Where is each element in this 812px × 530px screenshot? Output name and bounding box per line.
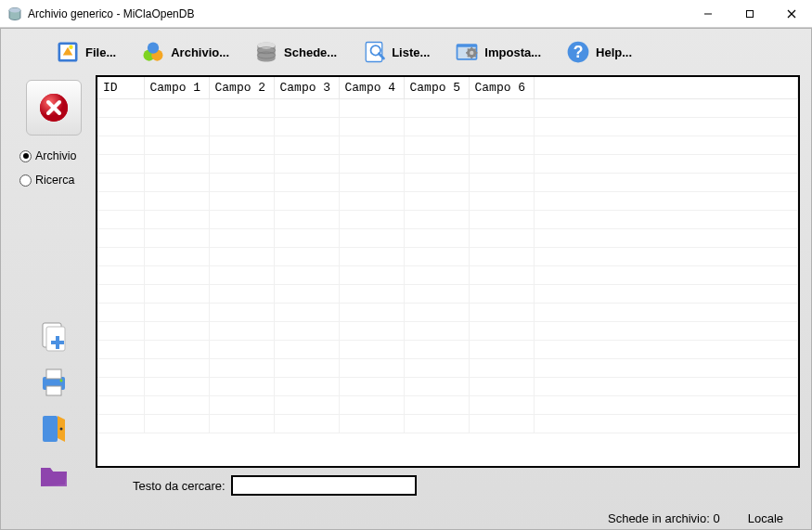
search-row: Testo da cercare: [96,472,800,499]
svg-rect-37 [43,416,58,442]
svg-point-1 [9,7,20,12]
schede-icon [253,39,279,65]
file-label: File... [85,45,116,59]
col-4[interactable]: Campo 4 [339,77,404,99]
liste-icon [361,39,387,65]
radio-ricerca-label: Ricerca [35,174,74,187]
new-record-button[interactable] [37,319,71,353]
table-row[interactable] [97,155,798,174]
col-spacer [534,77,798,99]
svg-point-11 [148,43,159,54]
svg-rect-3 [746,10,753,17]
svg-rect-35 [46,386,61,395]
table-row[interactable] [97,341,798,359]
table-row[interactable] [97,174,798,192]
statusbar: Schede in archivio: 0 Locale [1,507,811,529]
maximize-button[interactable] [728,0,770,27]
minimize-button[interactable] [687,0,728,27]
table-row[interactable] [97,211,798,229]
radio-dot-icon [19,150,32,162]
sidebar: Archivio Ricerca [12,75,96,499]
main-toolbar: File... Archivio... Schede... Liste... I… [1,29,811,75]
app-icon [7,6,22,21]
file-menu-button[interactable]: File... [47,35,123,69]
imposta-menu-button[interactable]: Imposta... [446,35,548,69]
svg-rect-34 [46,369,61,379]
grid-table: ID Campo 1 Campo 2 Campo 3 Campo 4 Campo… [97,77,798,433]
radio-archivio[interactable]: Archivio [19,149,76,162]
liste-label: Liste... [392,45,430,59]
archivio-icon [140,39,166,65]
side-actions [37,319,71,499]
search-input[interactable] [231,475,417,496]
print-button[interactable] [37,366,71,399]
help-icon: ? [565,39,591,65]
table-row[interactable] [97,99,798,118]
svg-point-38 [60,428,63,431]
table-row[interactable] [97,396,798,415]
archivio-menu-button[interactable]: Archivio... [133,35,237,69]
close-icon [38,92,70,123]
window-title: Archivio generico - MiClaOpenDB [28,7,687,20]
col-3[interactable]: Campo 3 [274,77,339,99]
imposta-icon [454,39,480,65]
imposta-label: Imposta... [484,45,541,59]
table-row[interactable] [97,285,798,304]
table-row[interactable] [97,192,798,211]
search-label: Testo da cercare: [133,479,226,493]
svg-text:?: ? [574,43,584,61]
table-row[interactable] [97,248,798,266]
help-menu-button[interactable]: ? Help... [558,35,639,69]
table-row[interactable] [97,136,798,155]
col-1[interactable]: Campo 1 [144,77,209,99]
liste-menu-button[interactable]: Liste... [354,35,437,69]
folder-button[interactable] [37,459,71,492]
radio-archivio-label: Archivio [35,149,76,162]
app-body: File... Archivio... Schede... Liste... I… [0,28,812,530]
help-label: Help... [596,45,632,59]
exit-button[interactable] [37,412,71,446]
status-locale: Locale [748,511,783,525]
table-row[interactable] [97,229,798,248]
table-row[interactable] [97,415,798,433]
titlebar: Archivio generico - MiClaOpenDB [0,0,812,28]
schede-label: Schede... [284,45,337,59]
radio-ricerca[interactable]: Ricerca [19,174,76,187]
schede-menu-button[interactable]: Schede... [246,35,344,69]
table-row[interactable] [97,322,798,341]
table-row[interactable] [97,378,798,396]
window-controls [687,0,812,27]
table-row[interactable] [97,359,798,378]
svg-point-22 [470,51,473,55]
close-record-button[interactable] [26,80,82,136]
table-row[interactable] [97,118,798,136]
content-area: ID Campo 1 Campo 2 Campo 3 Campo 4 Campo… [96,75,800,499]
svg-point-8 [69,45,72,49]
col-6[interactable]: Campo 6 [469,77,534,99]
grid-header-row: ID Campo 1 Campo 2 Campo 3 Campo 4 Campo… [97,77,798,99]
table-row[interactable] [97,304,798,322]
file-icon [55,39,81,65]
data-grid[interactable]: ID Campo 1 Campo 2 Campo 3 Campo 4 Campo… [96,75,800,468]
col-id[interactable]: ID [97,77,144,99]
svg-rect-32 [51,341,64,344]
col-5[interactable]: Campo 5 [404,77,469,99]
status-schede: Schede in archivio: 0 [608,511,720,525]
radio-dot-icon [19,175,32,187]
svg-point-36 [60,380,63,382]
view-radio-group: Archivio Ricerca [12,149,76,198]
col-2[interactable]: Campo 2 [209,77,274,99]
table-row[interactable] [97,266,798,285]
archivio-label: Archivio... [171,45,229,59]
close-button[interactable] [770,0,812,27]
main-area: Archivio Ricerca [1,75,811,507]
